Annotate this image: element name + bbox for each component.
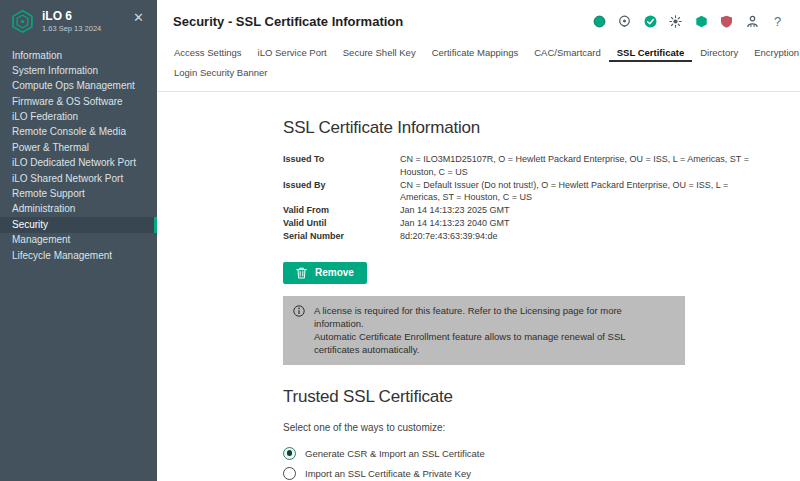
tab-row-2: Login Security Banner: [166, 62, 800, 82]
tab-bar: Access Settings iLO Service Port Secure …: [157, 42, 800, 92]
sidebar: iLO 6 1.63 Sep 13 2024 ✕ Information Sys…: [0, 0, 157, 481]
app-version: 1.63 Sep 13 2024: [42, 24, 101, 33]
status-icon-bar: ?: [593, 15, 785, 28]
sidebar-item-firmware-os-software[interactable]: Firmware & OS Software: [0, 94, 157, 109]
sidebar-header: iLO 6 1.63 Sep 13 2024 ✕: [0, 0, 157, 40]
remove-button[interactable]: Remove: [283, 262, 367, 284]
tab-secure-shell-key[interactable]: Secure Shell Key: [335, 42, 424, 62]
sidebar-item-information[interactable]: Information: [0, 48, 157, 63]
section-title-ssl-certificate-information: SSL Certificate Information: [283, 118, 760, 138]
sidebar-item-ilo-dedicated-network-port[interactable]: iLO Dedicated Network Port: [0, 156, 157, 171]
app-identity: iLO 6 1.63 Sep 13 2024: [42, 10, 101, 33]
tab-encryption[interactable]: Encryption: [746, 42, 800, 62]
hpe-hexagon-icon[interactable]: [695, 15, 708, 28]
top-header: Security - SSL Certificate Information: [157, 0, 800, 42]
sidebar-item-lifecycle-management[interactable]: Lifecycle Management: [0, 248, 157, 263]
tab-cac-smartcard[interactable]: CAC/Smartcard: [526, 42, 609, 62]
sidebar-item-ilo-shared-network-port[interactable]: iLO Shared Network Port: [0, 171, 157, 186]
notice-line-2: Automatic Certificate Enrollment feature…: [314, 330, 673, 356]
tab-ilo-service-port[interactable]: iLO Service Port: [250, 42, 335, 62]
app-title: iLO 6: [42, 10, 101, 23]
tab-login-security-banner[interactable]: Login Security Banner: [166, 62, 275, 82]
radio-button-selected[interactable]: [283, 447, 296, 460]
radio-label: Import an SSL Certificate & Private Key: [305, 468, 471, 479]
main-area: Security - SSL Certificate Information: [157, 0, 800, 481]
trash-icon: [296, 267, 307, 279]
section-title-trusted-ssl-certificate: Trusted SSL Certificate: [283, 387, 760, 407]
remove-button-label: Remove: [315, 267, 354, 278]
certificate-fields: Issued To CN = ILO3M1D25107R, O = Hewlet…: [283, 153, 760, 243]
tab-ssl-certificate[interactable]: SSL Certificate: [609, 42, 692, 62]
customize-radio-group: Generate CSR & Import an SSL Certificate…: [283, 447, 760, 481]
content-area: SSL Certificate Information Issued To CN…: [157, 92, 800, 481]
field-label: Serial Number: [283, 230, 400, 243]
notice-line-1: A license is required for this feature. …: [314, 304, 673, 330]
tab-certificate-mappings[interactable]: Certificate Mappings: [424, 42, 527, 62]
notice-text: A license is required for this feature. …: [314, 304, 673, 356]
field-value: Jan 14 14:13:23 2040 GMT: [400, 217, 510, 230]
user-icon[interactable]: [746, 15, 759, 28]
field-label: Valid Until: [283, 217, 400, 230]
sidebar-item-remote-console-media[interactable]: Remote Console & Media: [0, 125, 157, 140]
field-row-issued-to: Issued To CN = ILO3M1D25107R, O = Hewlet…: [283, 153, 760, 179]
field-value: 8d:20:7e:43:63:39:94:de: [400, 230, 498, 243]
security-shield-icon[interactable]: [720, 15, 733, 28]
info-icon: [293, 305, 305, 317]
field-label: Issued To: [283, 153, 400, 179]
sidebar-close-icon[interactable]: ✕: [133, 11, 144, 24]
page-title: Security - SSL Certificate Information: [173, 14, 403, 29]
field-row-valid-until: Valid Until Jan 14 14:13:23 2040 GMT: [283, 217, 760, 230]
power-sun-icon[interactable]: [669, 15, 682, 28]
tab-row-1: Access Settings iLO Service Port Secure …: [166, 42, 800, 62]
field-value: CN = ILO3M1D25107R, O = Hewlett Packard …: [400, 153, 760, 179]
sidebar-item-security[interactable]: Security: [0, 217, 157, 232]
help-icon[interactable]: ?: [771, 15, 784, 28]
field-row-serial-number: Serial Number 8d:20:7e:43:63:39:94:de: [283, 230, 760, 243]
sidebar-item-power-thermal[interactable]: Power & Thermal: [0, 140, 157, 155]
ilo-logo-icon: [10, 9, 35, 34]
field-label: Issued By: [283, 179, 400, 205]
sidebar-item-management[interactable]: Management: [0, 233, 157, 248]
radio-button[interactable]: [283, 467, 296, 480]
tab-access-settings[interactable]: Access Settings: [166, 42, 250, 62]
radio-generate-csr[interactable]: Generate CSR & Import an SSL Certificate: [283, 447, 760, 460]
sidebar-item-ilo-federation[interactable]: iLO Federation: [0, 110, 157, 125]
radio-import-certificate[interactable]: Import an SSL Certificate & Private Key: [283, 467, 760, 480]
radio-label: Generate CSR & Import an SSL Certificate: [305, 448, 485, 459]
field-row-valid-from: Valid From Jan 14 14:13:23 2025 GMT: [283, 204, 760, 217]
health-ok-icon[interactable]: [644, 15, 657, 28]
field-value: CN = Default Issuer (Do not trust!), O =…: [400, 179, 760, 205]
sidebar-nav: Information System Information Compute O…: [0, 48, 157, 263]
sidebar-item-remote-support[interactable]: Remote Support: [0, 187, 157, 202]
field-label: Valid From: [283, 204, 400, 217]
field-value: Jan 14 14:13:23 2025 GMT: [400, 204, 510, 217]
sidebar-item-system-information[interactable]: System Information: [0, 63, 157, 78]
tab-directory[interactable]: Directory: [692, 42, 746, 62]
customize-prompt: Select one of the ways to customize:: [283, 422, 760, 433]
field-row-issued-by: Issued By CN = Default Issuer (Do not tr…: [283, 179, 760, 205]
license-notice-banner: A license is required for this feature. …: [283, 296, 685, 365]
ilo-app-window: iLO 6 1.63 Sep 13 2024 ✕ Information Sys…: [0, 0, 800, 481]
sidebar-item-administration[interactable]: Administration: [0, 202, 157, 217]
sidebar-item-compute-ops-management[interactable]: Compute Ops Management: [0, 79, 157, 94]
uid-light-icon[interactable]: [618, 15, 631, 28]
health-status-icon[interactable]: [593, 15, 606, 28]
